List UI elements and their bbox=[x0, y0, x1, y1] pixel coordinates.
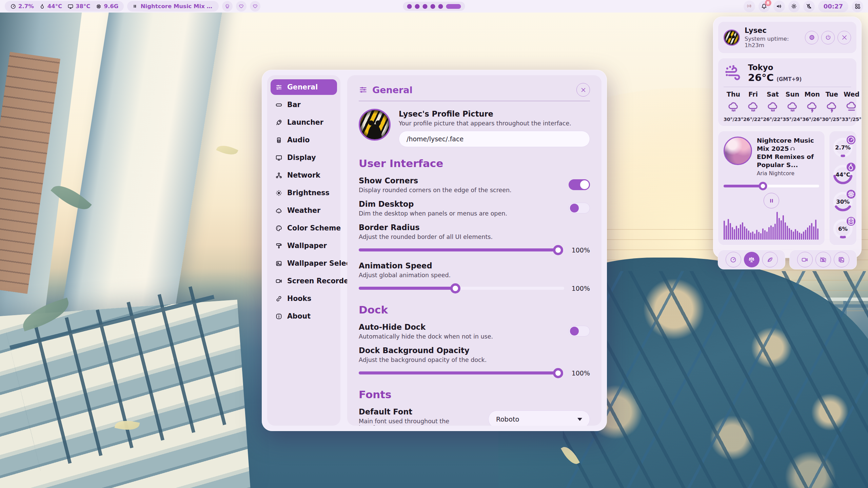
setting-text: Auto-Hide DockAutomatically hide the doc… bbox=[359, 323, 569, 340]
page-title: General bbox=[372, 85, 572, 95]
slider[interactable] bbox=[359, 287, 564, 290]
slider-row: 100% bbox=[359, 245, 590, 255]
sidebar-item-label: Display bbox=[287, 154, 316, 162]
notification-badge: 8 bbox=[765, 0, 771, 6]
heart-button[interactable] bbox=[250, 1, 260, 12]
close-button[interactable] bbox=[837, 31, 851, 44]
slider[interactable] bbox=[359, 371, 564, 374]
sidebar-item-brightness[interactable]: Brightness bbox=[271, 185, 337, 201]
weather-card: Tokyo 26°C (GMT+9) Thu30°/23°Fri26°/22°S… bbox=[718, 58, 857, 126]
toggle-off[interactable] bbox=[569, 326, 590, 337]
leaf-icon bbox=[766, 256, 773, 263]
weather-current-text: Tokyo 26°C (GMT+9) bbox=[748, 63, 802, 83]
forecast-temps: 35°/24° bbox=[783, 117, 802, 122]
close-button[interactable] bbox=[576, 83, 590, 97]
slider-knob[interactable] bbox=[553, 245, 563, 255]
setting-text: Default FontMain font used throughout th… bbox=[359, 407, 488, 426]
heart-button[interactable] bbox=[236, 1, 246, 12]
avatar[interactable] bbox=[359, 109, 391, 141]
slider-knob[interactable] bbox=[553, 368, 563, 378]
setting-label: Default Font bbox=[359, 407, 478, 416]
workspace-dot[interactable] bbox=[423, 4, 428, 9]
workspace-dot-active[interactable] bbox=[446, 4, 461, 9]
profile-scales-button[interactable] bbox=[744, 252, 760, 267]
viz-bar bbox=[748, 230, 749, 240]
notifications-button[interactable]: 8 bbox=[758, 1, 770, 12]
sidebar-item-hooks[interactable]: Hooks bbox=[271, 291, 337, 306]
sidebar-item-wallpaper[interactable]: Wallpaper bbox=[271, 238, 337, 253]
workspace-dot[interactable] bbox=[415, 4, 420, 9]
viz-bar bbox=[758, 232, 760, 240]
gauge-chip: 30% bbox=[832, 191, 853, 212]
sidebar-item-network[interactable]: Network bbox=[271, 167, 337, 183]
album-art[interactable] bbox=[724, 137, 752, 165]
sidebar-item-launcher[interactable]: Launcher bbox=[271, 115, 337, 130]
sidebar-item-color-scheme[interactable]: Color Scheme bbox=[271, 220, 337, 236]
viz-bar bbox=[724, 221, 725, 240]
divider bbox=[724, 87, 851, 87]
workspace-dot[interactable] bbox=[438, 4, 443, 9]
clock[interactable]: 00:27 bbox=[818, 1, 848, 12]
slider[interactable] bbox=[359, 248, 564, 251]
sidebar-item-weather[interactable]: Weather bbox=[271, 203, 337, 218]
toggle-on[interactable] bbox=[569, 179, 590, 190]
slider-row: 100% bbox=[359, 368, 590, 378]
power-button[interactable] bbox=[821, 31, 835, 44]
stat-value: 38°C bbox=[76, 3, 90, 9]
viz-bar bbox=[770, 225, 772, 240]
dashboard-button[interactable] bbox=[852, 1, 863, 12]
sidebar-item-audio[interactable]: Audio bbox=[271, 132, 337, 148]
forecast-day-label: Sun bbox=[786, 90, 800, 98]
gauge-speedometer: 2.7% bbox=[832, 137, 853, 158]
viz-bar bbox=[795, 229, 796, 240]
night-light-button[interactable] bbox=[803, 1, 815, 12]
forecast-day-label: Wed bbox=[844, 90, 860, 98]
sidebar-item-about[interactable]: About bbox=[271, 308, 337, 324]
speedometer-icon bbox=[847, 136, 855, 144]
profile-leaf-button[interactable] bbox=[762, 252, 778, 267]
system-stats-pill[interactable]: 2.7%44°C38°C9.6G bbox=[5, 1, 124, 12]
avatar[interactable] bbox=[724, 29, 740, 46]
volume-button[interactable] bbox=[773, 1, 785, 12]
skull-button[interactable] bbox=[222, 1, 233, 12]
section-title: Fonts bbox=[359, 388, 590, 401]
sidebar-item-bar[interactable]: Bar bbox=[271, 97, 337, 113]
stat-item: 9.6G bbox=[96, 3, 118, 9]
forecast-day-label: Fri bbox=[748, 90, 758, 98]
camera-off-button[interactable] bbox=[815, 252, 831, 267]
gear-button[interactable] bbox=[805, 31, 818, 44]
seek-knob[interactable] bbox=[758, 182, 767, 190]
forecast-temps: 30°/25° bbox=[822, 117, 842, 122]
profile-path-input[interactable] bbox=[399, 131, 590, 147]
pause-button[interactable] bbox=[764, 193, 779, 208]
system-uptime: System uptime: 1h23m bbox=[745, 36, 800, 48]
viz-bar bbox=[730, 223, 731, 240]
brightness-button[interactable] bbox=[788, 1, 800, 12]
sidebar-item-display[interactable]: Display bbox=[271, 150, 337, 165]
media-pill[interactable]: Nightcore Music Mix 20... bbox=[127, 1, 219, 12]
setting-label: Border Radius bbox=[359, 223, 590, 232]
video-button[interactable] bbox=[797, 252, 813, 267]
viz-bar bbox=[799, 232, 800, 240]
profile-speedometer-button[interactable] bbox=[726, 252, 741, 267]
gallery-button[interactable] bbox=[834, 252, 849, 267]
sliders-icon bbox=[359, 85, 368, 94]
side-panel: Lysec System uptime: 1h23m Tokyo 26°C (G… bbox=[713, 17, 862, 258]
workspace-indicator[interactable] bbox=[403, 2, 465, 11]
workspace-dot[interactable] bbox=[407, 4, 412, 9]
sidebar-item-wallpaper-selector[interactable]: Wallpaper Selector bbox=[271, 256, 337, 271]
font-select[interactable]: Roboto bbox=[488, 410, 590, 426]
monitor-icon bbox=[275, 154, 282, 161]
setting-row-border-radius: Border RadiusAdjust the rounded border o… bbox=[359, 223, 590, 255]
monitor-icon bbox=[67, 3, 74, 9]
workspace-dot[interactable] bbox=[431, 4, 435, 9]
toggle-off[interactable] bbox=[569, 203, 590, 214]
sidebar-item-screen-recorder[interactable]: Screen Recorder bbox=[271, 273, 337, 289]
gauge-database: 6% bbox=[832, 218, 853, 239]
seek-slider[interactable] bbox=[724, 182, 819, 190]
tray-app-icon[interactable] bbox=[744, 1, 755, 12]
power-profile-group bbox=[718, 250, 785, 269]
sidebar-item-general[interactable]: General bbox=[271, 79, 337, 95]
storm-cloud-icon bbox=[806, 101, 818, 114]
slider-knob[interactable] bbox=[450, 283, 460, 293]
